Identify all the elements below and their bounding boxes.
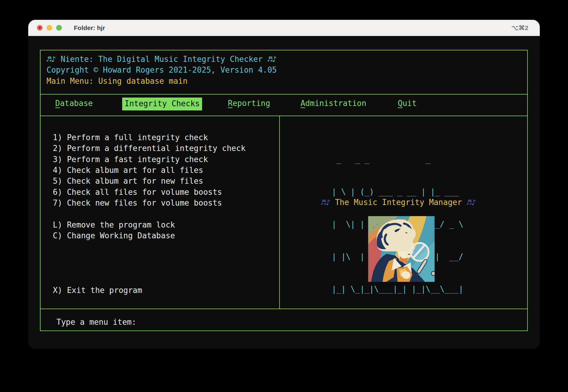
music-note-icon: ♬♪ xyxy=(321,198,335,207)
menu-option-lock[interactable]: L) Remove the program lock xyxy=(53,220,175,229)
tagline: ♬♪ The Music Integrity Manager ♬♪ xyxy=(321,198,476,207)
menubar-item-quit[interactable]: Quit xyxy=(398,99,417,108)
menu-option-exit[interactable]: X) Exit the program xyxy=(53,286,142,295)
command-input-line[interactable]: Type a menu item: xyxy=(41,309,527,330)
terminal-window: Folder: hjr ⌥⌘2 ♬♪ Niente: The Digital M… xyxy=(28,20,540,349)
menu-option-6[interactable]: 6) Check all files for volume boosts xyxy=(53,188,222,197)
menu-option-1[interactable]: 1) Perform a full integrity check xyxy=(53,133,208,142)
window-title: Folder: hjr xyxy=(74,24,105,32)
window-shortcut-badge: ⌥⌘2 xyxy=(511,20,528,36)
menu-option-3[interactable]: 3) Perform a fast integrity check xyxy=(53,155,208,164)
separator-menubar xyxy=(41,116,527,116)
app-title: ♬♪ Niente: The Digital Music Integrity C… xyxy=(47,55,277,64)
menu-option-2[interactable]: 2) Perform a differential integrity chec… xyxy=(53,144,246,153)
menu-option-change-db[interactable]: C) Change Working Database xyxy=(53,231,175,240)
minimize-button[interactable] xyxy=(47,25,52,31)
close-button[interactable] xyxy=(37,25,43,31)
terminal-content: ♬♪ Niente: The Digital Music Integrity C… xyxy=(40,50,528,331)
screen: Folder: hjr ⌥⌘2 ♬♪ Niente: The Digital M… xyxy=(0,0,568,392)
menu-option-4[interactable]: 4) Check album art for all files xyxy=(53,166,203,175)
traffic-lights xyxy=(37,25,62,31)
music-note-icon: ♬♪ xyxy=(462,198,476,207)
menubar-item-integrity-checks[interactable]: Integrity Checks xyxy=(122,98,202,110)
copyright-line: Copyright © Howard Rogers 2021-2025, Ver… xyxy=(47,65,277,74)
separator-header xyxy=(41,94,527,95)
panel-divider xyxy=(279,116,280,309)
prompt-label: Type a menu item: xyxy=(56,318,136,327)
title-bar: Folder: hjr ⌥⌘2 xyxy=(28,20,540,36)
menu-option-7[interactable]: 7) Check new files for volume boosts xyxy=(53,198,222,207)
menubar-item-administration[interactable]: Administration xyxy=(301,99,366,108)
beethoven-illustration xyxy=(368,216,435,282)
zoom-button[interactable] xyxy=(56,25,62,31)
status-line: Main Menu: Using database main xyxy=(47,77,188,86)
menu-option-5[interactable]: 5) Check album art for new files xyxy=(53,176,203,185)
menubar-item-database[interactable]: Database xyxy=(55,99,93,108)
menubar-item-reporting[interactable]: Reporting xyxy=(228,99,270,108)
